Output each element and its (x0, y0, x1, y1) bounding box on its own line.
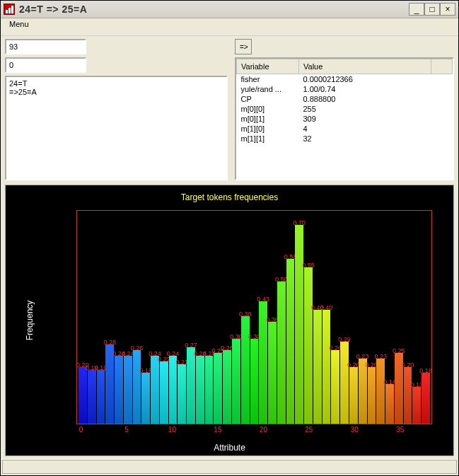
bar (232, 339, 240, 424)
bar (151, 356, 159, 424)
bar-wrap: 0.36 (268, 211, 277, 424)
bar (250, 339, 259, 424)
cell-value: 0.0000212366 (299, 74, 431, 85)
bar-wrap: 0.28 (105, 211, 114, 424)
bar-wrap: 0.20 (404, 211, 412, 424)
bar (169, 356, 178, 424)
cell-variable: CP (237, 94, 299, 104)
bar-wrap: 0.27 (187, 211, 195, 424)
cell-value: 32 (299, 134, 431, 144)
bar-wrap: 0.30 (250, 211, 259, 424)
bar-wrap: 0.24 (196, 211, 204, 424)
bar-wrap: 0.21 (178, 211, 186, 424)
x-ticks: 05101520253035 (76, 426, 432, 439)
titlebar: 24=T => 25=A _ □ × (1, 1, 458, 18)
plot-area: 0.200.190.190.280.240.240.260.180.240.22… (77, 211, 431, 424)
bar-wrap: 0.20 (79, 211, 87, 424)
bar (368, 367, 376, 424)
top-panels: => Variable Value fisher0.0000212366yule… (5, 39, 454, 180)
bar (412, 387, 421, 424)
bar (323, 310, 331, 424)
bar (214, 353, 222, 424)
bar-wrap: 0.22 (160, 211, 168, 424)
bar-wrap: 0.19 (97, 211, 105, 424)
cell-variable: m[0][1] (237, 114, 299, 124)
bar-wrap: 0.24 (124, 211, 132, 424)
minimize-button[interactable]: _ (409, 3, 424, 16)
bar-wrap: 0.24 (205, 211, 214, 424)
column-header-variable[interactable]: Variable (237, 59, 299, 74)
menu-item-menu[interactable]: Menu (5, 18, 33, 30)
bar (385, 384, 394, 424)
plot-frame: 0.200.190.190.280.240.240.260.180.240.22… (76, 210, 432, 424)
window-title: 24=T => 25=A (19, 4, 405, 15)
bar-wrap: 0.24 (151, 211, 159, 424)
cell-value: 0.888800 (299, 94, 431, 104)
bar (79, 367, 87, 424)
chart-title: Target tokens frequencies (6, 192, 453, 202)
bar-wrap: 0.14 (385, 211, 394, 424)
cell-value: 1.00/0.74 (299, 84, 431, 94)
table-row[interactable]: m[1][0]4 (237, 124, 453, 134)
input-field-1[interactable] (5, 39, 86, 54)
bar-wrap: 0.23 (376, 211, 385, 424)
x-tick: 10 (168, 426, 176, 434)
chart-xlabel: Attribute (6, 443, 453, 453)
table-row[interactable]: m[0][1]309 (237, 114, 453, 124)
bar-wrap: 0.55 (304, 211, 313, 424)
input-field-2[interactable] (5, 57, 86, 73)
cell-value: 255 (299, 104, 431, 114)
left-column (5, 39, 228, 180)
bar-wrap: 0.25 (395, 211, 403, 424)
bar (178, 364, 186, 424)
x-tick: 15 (214, 426, 221, 434)
bar-wrap: 0.19 (88, 211, 96, 424)
bar-wrap: 0.23 (359, 211, 367, 424)
bar-wrap: 0.25 (214, 211, 222, 424)
bar (187, 347, 195, 424)
bar (304, 267, 313, 424)
bar-wrap: 0.24 (169, 211, 178, 424)
bar-wrap: 0.40 (323, 211, 331, 424)
cell-value: 309 (299, 114, 431, 124)
bar-wrap: 0.24 (115, 211, 123, 424)
table-row[interactable]: yule/rand ...1.00/0.74 (237, 84, 453, 94)
x-tick: 5 (124, 426, 129, 434)
go-button[interactable]: => (235, 39, 252, 54)
bar (115, 356, 123, 424)
app-window: 24=T => 25=A _ □ × Menu => Va (0, 0, 459, 476)
table-row[interactable]: fisher0.0000212366 (237, 74, 453, 85)
menubar: Menu (1, 18, 458, 36)
table-row[interactable]: m[0][0]255 (237, 104, 453, 114)
bar (205, 356, 214, 424)
bar (277, 281, 286, 424)
column-header-value[interactable]: Value (299, 59, 431, 74)
cell-variable: yule/rand ... (237, 84, 299, 94)
statusbar-well (2, 460, 457, 474)
bar (340, 342, 349, 424)
cell-value: 4 (299, 124, 431, 134)
cell-variable: m[1][1] (237, 134, 299, 144)
bar-wrap: 0.26 (331, 211, 339, 424)
bar (376, 359, 385, 424)
bar (97, 370, 105, 424)
right-column: => Variable Value fisher0.0000212366yule… (235, 39, 454, 180)
rule-textbox[interactable] (5, 76, 228, 180)
content-area: => Variable Value fisher0.0000212366yule… (1, 36, 458, 459)
bar (133, 350, 141, 424)
bar-wrap: 0.26 (223, 211, 231, 424)
bar-wrap: 0.40 (313, 211, 322, 424)
stats-listview[interactable]: Variable Value fisher0.0000212366yule/ra… (235, 57, 454, 180)
table-row[interactable]: m[1][1]32 (237, 134, 453, 144)
bar (241, 316, 250, 424)
bar (223, 350, 231, 424)
bar-wrap: 0.20 (349, 211, 358, 424)
close-button[interactable]: × (440, 3, 455, 16)
table-row[interactable]: CP0.888800 (237, 94, 453, 104)
column-header-spacer[interactable] (431, 59, 453, 74)
bar (124, 356, 132, 424)
bar (331, 350, 339, 424)
x-tick: 25 (305, 426, 313, 434)
bar-wrap: 0.13 (412, 211, 421, 424)
maximize-button[interactable]: □ (424, 3, 440, 16)
